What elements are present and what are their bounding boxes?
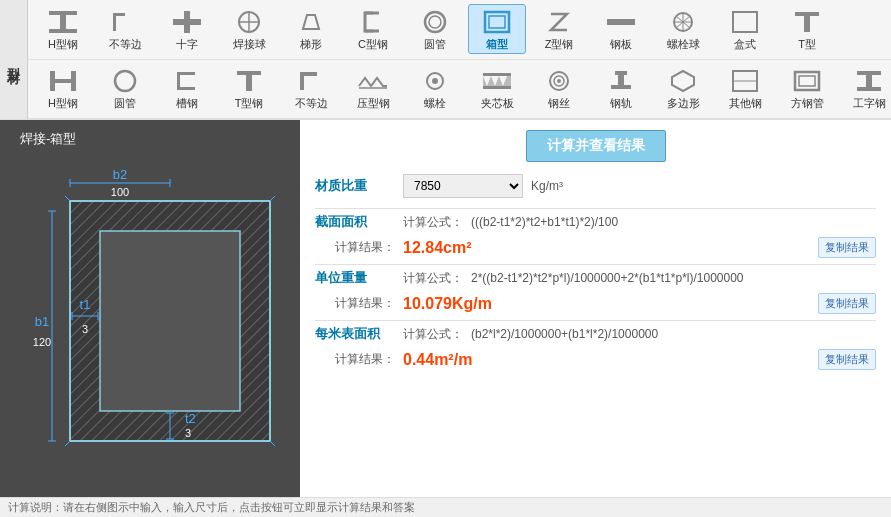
- svg-rect-22: [804, 16, 810, 32]
- toolbar-item-round-tube[interactable]: 圆管: [406, 4, 464, 54]
- svg-point-11: [429, 16, 441, 28]
- surface-area-result-row: 计算结果： 0.44m²/m 复制结果: [315, 349, 876, 370]
- toolbar-item-bolt-ball[interactable]: 螺栓球: [654, 4, 712, 54]
- box-beam-icon: [481, 8, 513, 36]
- toolbar-item-t-steel-2[interactable]: T型钢: [220, 64, 278, 114]
- box2-icon: [729, 8, 761, 36]
- toolbar-item-c-steel[interactable]: C型钢: [344, 4, 402, 54]
- toolbar-item-i-beam[interactable]: 工字钢: [840, 64, 891, 114]
- toolbar-item-round-tube-2[interactable]: 圆管: [96, 64, 154, 114]
- toolbar-item-rail[interactable]: 钢轨: [592, 64, 650, 114]
- svg-rect-21: [795, 12, 819, 16]
- svg-text:3: 3: [82, 323, 88, 335]
- wire-icon: [543, 67, 575, 95]
- copy-surface-area[interactable]: 复制结果: [818, 349, 876, 370]
- svg-point-36: [557, 79, 561, 83]
- cross-section-label: 截面面积: [315, 213, 395, 231]
- drawing-title: 焊接-箱型: [10, 130, 76, 148]
- calc-button[interactable]: 计算并查看结果: [526, 130, 666, 162]
- drawing-area: b2 100 b1 120: [20, 156, 280, 456]
- weld-ball-icon: [233, 8, 265, 36]
- toolbar-item-wire[interactable]: 钢丝: [530, 64, 588, 114]
- toolbar-section: H型钢 不等边 十字 焊接球: [28, 0, 891, 119]
- unit-weight-label: 单位重量: [315, 269, 395, 287]
- svg-text:b1: b1: [35, 314, 49, 329]
- unit-weight-formula-label: 计算公式：: [403, 270, 463, 287]
- svg-marker-40: [672, 71, 694, 91]
- toolbar-item-press-steel[interactable]: 压型钢: [344, 64, 402, 114]
- surface-area-result: 0.44m²/m: [403, 351, 810, 369]
- svg-text:t1: t1: [80, 297, 91, 312]
- channel-icon: [171, 67, 203, 95]
- rail-icon: [605, 67, 637, 95]
- svg-rect-1: [60, 15, 66, 29]
- unequal-icon: [109, 8, 141, 36]
- svg-line-79: [65, 441, 70, 446]
- surface-area-row: 每米表面积 计算公式： (b2*l*2)/1000000+(b1*l*2)/10…: [315, 325, 876, 343]
- unit-weight-row: 单位重量 计算公式： 2*((b2-t1*2)*t2*p*l)/1000000+…: [315, 269, 876, 287]
- toolbar-item-h-beam-2[interactable]: H型钢: [34, 64, 92, 114]
- density-label: 材质比重: [315, 177, 395, 195]
- svg-rect-64: [100, 231, 240, 411]
- surface-area-formula: (b2*l*2)/1000000+(b1*l*2)/1000000: [471, 327, 876, 341]
- toolbar-row-2: H型钢 圆管 槽钢 T型钢: [28, 60, 891, 120]
- surface-area-result-label: 计算结果：: [315, 351, 395, 368]
- svg-text:120: 120: [33, 336, 51, 348]
- toolbar-item-channel[interactable]: 槽钢: [158, 64, 216, 114]
- toolbar-item-other[interactable]: 其他钢: [716, 64, 774, 114]
- svg-rect-60: [70, 201, 100, 441]
- density-select[interactable]: 7850: [403, 174, 523, 198]
- toolbar-item-trapezoid[interactable]: 梯形: [282, 4, 340, 54]
- toolbar-item-bolt[interactable]: 螺栓: [406, 64, 464, 114]
- svg-rect-25: [71, 71, 76, 91]
- i-beam-icon: [853, 67, 885, 95]
- square-tube-icon: [791, 67, 823, 95]
- round-tube-2-icon: [109, 67, 141, 95]
- toolbar-item-square-tube[interactable]: 方钢管: [778, 64, 836, 114]
- unequal-2-icon: [295, 67, 327, 95]
- svg-rect-2: [49, 29, 77, 33]
- toolbar-item-unequal[interactable]: 不等边: [96, 4, 154, 54]
- toolbar-item-t-steel[interactable]: T型: [778, 4, 836, 54]
- toolbar-item-unequal-2[interactable]: 不等边: [282, 64, 340, 114]
- svg-text:t2: t2: [185, 411, 196, 426]
- toolbar-item-z-steel[interactable]: Z型钢: [530, 4, 588, 54]
- svg-rect-14: [607, 19, 635, 25]
- toolbar-item-weld-ball[interactable]: 焊接球: [220, 4, 278, 54]
- svg-rect-46: [866, 75, 872, 87]
- svg-rect-28: [246, 75, 252, 91]
- copy-cross-section[interactable]: 复制结果: [818, 237, 876, 258]
- toolbar-item-h-beam-1[interactable]: H型钢: [34, 4, 92, 54]
- svg-rect-33: [483, 86, 511, 89]
- polygon-icon: [667, 67, 699, 95]
- round-tube-icon: [419, 8, 451, 36]
- copy-unit-weight[interactable]: 复制结果: [818, 293, 876, 314]
- density-row: 材质比重 7850 Kg/m³: [315, 174, 876, 198]
- svg-rect-20: [733, 12, 757, 32]
- toolbar-item-steel-plate[interactable]: 钢板: [592, 4, 650, 54]
- svg-point-26: [115, 71, 135, 91]
- cross-section-result-row: 计算结果： 12.84cm² 复制结果: [315, 237, 876, 258]
- svg-rect-13: [489, 16, 505, 28]
- toolbar-item-polygon[interactable]: 多边形: [654, 64, 712, 114]
- cross-icon: [171, 8, 203, 36]
- divider-2: [315, 264, 876, 265]
- t-steel-icon: [791, 8, 823, 36]
- unit-weight-result: 10.079Kg/m: [403, 295, 810, 313]
- svg-text:b2: b2: [113, 167, 127, 182]
- toolbar-item-cross[interactable]: 十字: [158, 4, 216, 54]
- svg-point-10: [425, 12, 445, 32]
- svg-rect-37: [615, 71, 627, 75]
- toolbar-item-box2[interactable]: 盒式: [716, 4, 774, 54]
- unit-weight-formula: 2*((b2-t1*2)*t2*p*l)/1000000+2*(b1*t1*p*…: [471, 271, 876, 285]
- h-beam-2-icon: [47, 67, 79, 95]
- svg-rect-32: [483, 73, 511, 76]
- svg-rect-4: [173, 19, 201, 25]
- svg-text:100: 100: [111, 186, 129, 198]
- toolbar: 型材 H型钢 不等边 十字: [0, 0, 891, 120]
- toolbar-item-box-beam[interactable]: 箱型: [468, 4, 526, 54]
- svg-rect-47: [857, 87, 881, 91]
- main-content: 焊接-箱型 b2 100 b1 120: [0, 120, 891, 497]
- svg-line-80: [270, 441, 275, 446]
- toolbar-item-sandwich[interactable]: 夹芯板: [468, 64, 526, 114]
